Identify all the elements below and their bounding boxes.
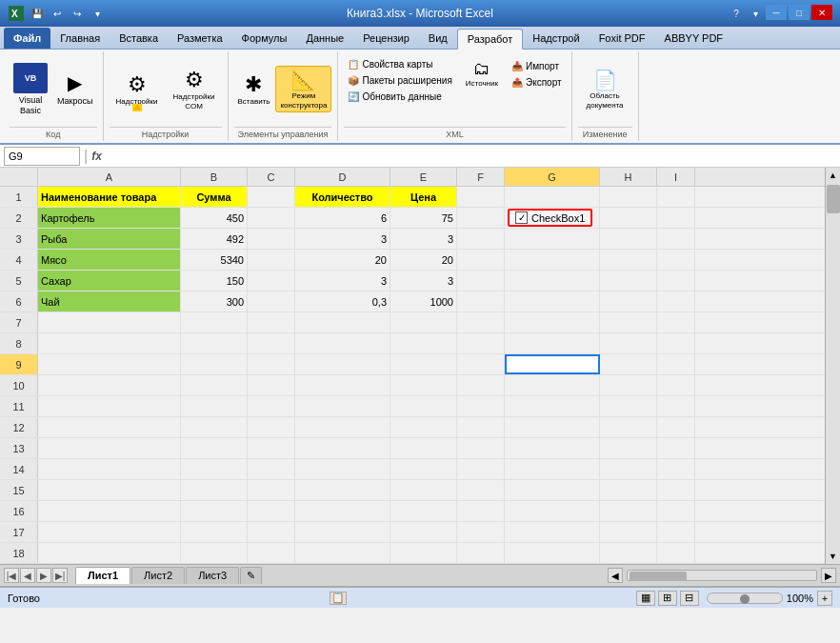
cell-b2[interactable]: 450 [181, 208, 248, 228]
zoom-slider[interactable] [707, 593, 783, 604]
tab-addins[interactable]: Надстрой [523, 28, 589, 49]
cell-e4[interactable]: 20 [390, 250, 457, 270]
doc-panel-btn[interactable]: 📄 Областьдокумента [583, 67, 628, 111]
cell-h6[interactable] [600, 291, 657, 311]
cell-d8[interactable] [295, 333, 390, 353]
sheet-nav-first[interactable]: |◀ [4, 568, 19, 583]
macros-btn[interactable]: ▶ Макросы [53, 70, 97, 109]
sheet-tab-2[interactable]: Лист2 [131, 567, 185, 584]
cell-c5[interactable] [248, 271, 295, 291]
cell-e8[interactable] [390, 333, 457, 353]
h-scrollbar-thumb[interactable] [630, 572, 687, 581]
formula-input[interactable] [106, 147, 836, 166]
tab-developer[interactable]: Разработ [457, 29, 523, 50]
cell-e3[interactable]: 3 [390, 229, 457, 249]
cell-b6[interactable]: 300 [181, 291, 248, 311]
cell-a4[interactable]: Мясо [38, 250, 181, 270]
cell-i1[interactable] [657, 187, 695, 207]
cell-f6[interactable] [457, 291, 505, 311]
tab-formulas[interactable]: Формулы [232, 28, 297, 49]
cell-f4[interactable] [457, 250, 505, 270]
cell-b8[interactable] [181, 333, 248, 353]
cell-i5[interactable] [657, 271, 695, 291]
cell-e6[interactable]: 1000 [390, 291, 457, 311]
addins-btn[interactable]: ⚙ Надстройки ⚠ [110, 70, 165, 108]
minimize-btn[interactable]: ─ [766, 5, 787, 20]
maximize-btn[interactable]: □ [789, 5, 810, 20]
cell-e7[interactable] [390, 312, 457, 332]
cell-b3[interactable]: 492 [181, 229, 248, 249]
cell-c7[interactable] [248, 312, 295, 332]
cell-h7[interactable] [600, 312, 657, 332]
page-layout-btn[interactable]: ⊞ [658, 591, 677, 606]
cell-d1[interactable]: Количество [295, 187, 390, 207]
cell-g6[interactable] [505, 291, 600, 311]
cell-f7[interactable] [457, 312, 505, 332]
cell-c6[interactable] [248, 291, 295, 311]
cell-a6[interactable]: Чай [38, 291, 181, 311]
cell-g3[interactable] [505, 229, 600, 249]
tab-data[interactable]: Данные [296, 28, 353, 49]
cell-h4[interactable] [600, 250, 657, 270]
vertical-scrollbar[interactable]: ▲ ▼ [825, 168, 840, 564]
cell-e1[interactable]: Цена [390, 187, 457, 207]
cell-d5[interactable]: 3 [295, 271, 390, 291]
name-box[interactable]: G9 [4, 147, 80, 166]
cell-a9[interactable] [38, 354, 181, 374]
cell-g7[interactable] [505, 312, 600, 332]
sheet-nav-prev[interactable]: ◀ [20, 568, 35, 583]
cell-b5[interactable]: 150 [181, 271, 248, 291]
help-btn[interactable]: ? [728, 5, 745, 22]
com-addins-btn[interactable]: ⚙ НадстройкиCOM [167, 66, 222, 112]
design-mode-btn[interactable]: 📐 Режимконструктора [275, 66, 331, 112]
sheet-tab-add[interactable]: ✎ [240, 567, 262, 584]
cell-f3[interactable] [457, 229, 505, 249]
cell-c3[interactable] [248, 229, 295, 249]
cell-e2[interactable]: 75 [390, 208, 457, 228]
tab-abbyy[interactable]: ABBYY PDF [655, 28, 733, 49]
col-header-e[interactable]: E [390, 168, 457, 186]
cell-i4[interactable] [657, 250, 695, 270]
cell-g1[interactable] [505, 187, 600, 207]
sheet-tab-1[interactable]: Лист1 [75, 567, 130, 584]
save-qa-btn[interactable]: 💾 [29, 5, 46, 22]
cell-b4[interactable]: 5340 [181, 250, 248, 270]
normal-view-btn[interactable]: ▦ [636, 591, 655, 606]
cell-g4[interactable] [505, 250, 600, 270]
close-btn[interactable]: ✕ [811, 5, 832, 20]
col-header-i[interactable]: I [657, 168, 695, 186]
cell-a2[interactable]: Картофель [38, 208, 181, 228]
page-break-btn[interactable]: ⊟ [680, 591, 699, 606]
cell-b9[interactable] [181, 354, 248, 374]
sheet-nav-next[interactable]: ▶ [36, 568, 51, 583]
cell-d4[interactable]: 20 [295, 250, 390, 270]
col-header-c[interactable]: C [248, 168, 295, 186]
export-btn[interactable]: 📤 Экспорт [508, 75, 566, 90]
cell-h5[interactable] [600, 271, 657, 291]
cell-c9[interactable] [248, 354, 295, 374]
ribbon-collapse-btn[interactable]: ▾ [747, 5, 764, 22]
tab-view[interactable]: Вид [419, 28, 457, 49]
sheet-nav-last[interactable]: ▶| [52, 568, 68, 583]
cell-i6[interactable] [657, 291, 695, 311]
cell-c4[interactable] [248, 250, 295, 270]
cell-h9[interactable] [600, 354, 657, 374]
checkbox1-control[interactable]: ✓ CheckBox1 [508, 209, 592, 227]
cell-g8[interactable] [505, 333, 600, 353]
cell-a5[interactable]: Сахар [38, 271, 181, 291]
cell-g9[interactable] [505, 354, 600, 374]
cell-h1[interactable] [600, 187, 657, 207]
cell-f5[interactable] [457, 271, 505, 291]
cell-h8[interactable] [600, 333, 657, 353]
cell-i3[interactable] [657, 229, 695, 249]
insert-control-btn[interactable]: ✱ Вставить [234, 70, 274, 108]
scroll-thumb[interactable] [827, 185, 840, 213]
import-btn[interactable]: 📥 Импорт [508, 59, 566, 73]
cell-a3[interactable]: Рыба [38, 229, 181, 249]
cell-h3[interactable] [600, 229, 657, 249]
tab-file[interactable]: Файл [4, 28, 50, 49]
cell-d2[interactable]: 6 [295, 208, 390, 228]
cell-d9[interactable] [295, 354, 390, 374]
col-header-g[interactable]: G [505, 168, 600, 186]
sheet-tab-3[interactable]: Лист3 [186, 567, 239, 584]
